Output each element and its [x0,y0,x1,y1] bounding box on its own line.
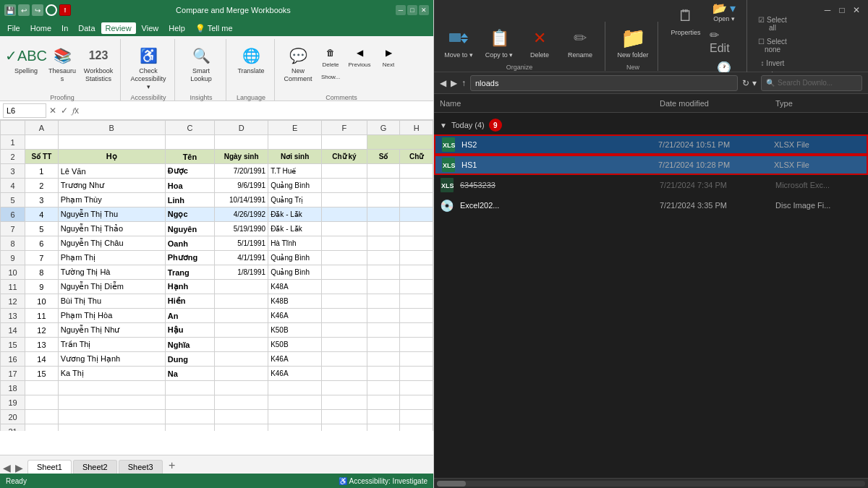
cell[interactable] [400,309,433,323]
cell[interactable] [400,164,433,179]
cell-d2[interactable]: Ngày sinh [215,150,268,164]
cell[interactable]: Ngọc [165,207,214,222]
cell[interactable] [322,207,367,222]
cell[interactable] [322,294,367,309]
cell[interactable]: Quảng Bình [268,251,322,265]
new-folder-button[interactable]: 📁 New folder [614,22,652,62]
cell-g1[interactable] [367,135,433,150]
cell[interactable]: Trang [165,265,214,280]
sheet-nav-left[interactable]: ◀ [3,462,11,474]
name-column-header[interactable]: Name [440,99,660,108]
cell[interactable]: Tường Thị Hà [58,265,165,280]
new-comment-button[interactable]: 💬 New Comment [281,42,315,85]
cell[interactable] [25,395,59,410]
cell[interactable] [367,193,400,207]
cell[interactable]: Quảng Trị [268,193,322,207]
refresh-icon[interactable]: ↻ [742,78,749,88]
cell[interactable]: 5/1/1991 [215,236,268,251]
cell[interactable] [367,323,400,338]
rename-button[interactable]: ✏ Rename [561,22,599,62]
cell[interactable]: An [165,309,214,323]
cell[interactable] [322,236,367,251]
cell[interactable]: Nguyễn Thị Châu [58,236,165,251]
cell[interactable] [400,367,433,381]
cell[interactable] [215,280,268,294]
cell[interactable]: 1/8/1991 [215,265,268,280]
cell[interactable]: Bùi Thị Thu [58,294,165,309]
back-button[interactable]: ◀ [440,78,446,88]
cell-f1[interactable] [322,135,367,150]
menu-tell-me[interactable]: 💡 Tell me [191,22,237,35]
cell[interactable]: Được [165,164,214,179]
cell[interactable]: K46A [268,309,322,323]
cell[interactable]: 4/1/1991 [215,251,268,265]
up-button[interactable]: ↑ [461,78,466,88]
cell[interactable] [367,265,400,280]
cell[interactable]: 14 [25,352,59,367]
cell[interactable] [400,323,433,338]
scrollbar-thumb[interactable] [437,481,466,487]
cell[interactable]: Hậu [165,323,214,338]
cell[interactable] [400,236,433,251]
cell[interactable]: K48B [268,294,322,309]
cell[interactable]: Quảng Bình [268,179,322,193]
check-accessibility-button[interactable]: ♿ Check Accessibility ▾ [127,42,170,93]
move-to-button[interactable]: Move to ▾ [440,22,477,62]
menu-data[interactable]: Data [74,22,99,34]
cell[interactable] [215,338,268,352]
cell[interactable] [25,381,59,395]
cell[interactable]: 9/6/1991 [215,179,268,193]
cell[interactable]: Nguyễn Thị Như [58,323,165,338]
insert-function-icon[interactable]: 𝑓x [72,106,79,116]
cell-c2[interactable]: Tên [165,150,214,164]
cell[interactable] [367,367,400,381]
cell[interactable] [215,309,268,323]
cell[interactable]: Vương Thị Hạnh [58,352,165,367]
cell[interactable] [400,352,433,367]
save-icon[interactable]: 💾 [4,4,16,16]
cell[interactable]: 9 [25,280,59,294]
col-g-header[interactable]: G [367,121,400,135]
file-item-hs2[interactable]: XLS HS2 7/21/2024 10:51 PM XLSX File [434,134,868,155]
cell[interactable]: 11 [25,309,59,323]
cell[interactable]: 5 [25,222,59,236]
file-item-63453233[interactable]: XLS 63453233 7/21/2024 7:34 PM Microsoft… [434,175,868,195]
previous-comment-button[interactable]: ◀ Previous [346,42,373,70]
tab-sheet3[interactable]: Sheet3 [119,460,163,474]
next-comment-button[interactable]: ▶ Next [375,42,402,70]
cell[interactable]: Trương Như [58,179,165,193]
customize-icon[interactable] [46,4,57,16]
cell[interactable]: Nguyễn Thị Thu [58,207,165,222]
col-b-header[interactable]: B [58,121,165,135]
cell[interactable]: K50B [268,338,322,352]
minimize-button[interactable]: ─ [396,5,406,15]
cell[interactable]: Trần Thị [58,338,165,352]
col-c-header[interactable]: C [165,121,214,135]
cell[interactable]: Đắk - Lắk [268,222,322,236]
cell[interactable]: 4 [25,207,59,222]
cell[interactable] [25,410,59,424]
cell[interactable] [400,280,433,294]
cell[interactable]: 15 [25,367,59,381]
cell[interactable] [367,352,400,367]
cell[interactable]: Hạnh [165,280,214,294]
edit-button[interactable]: ✏ Edit [707,26,741,57]
translate-button[interactable]: 🌐 Translate [232,42,270,77]
spelling-button[interactable]: ✓ABC Spelling [9,42,43,77]
explorer-close-button[interactable]: ✕ [851,4,862,16]
open-button[interactable]: 📂 ▾ Open ▾ [707,0,741,25]
cell-d1[interactable] [215,135,268,150]
cell[interactable] [322,251,367,265]
cell[interactable]: 5/19/1990 [215,222,268,236]
cell[interactable]: 7/20/1991 [215,164,268,179]
cell[interactable]: Phạm Thị [58,251,165,265]
cell[interactable] [322,309,367,323]
cell[interactable] [215,294,268,309]
cell[interactable]: T.T Huế [268,164,322,179]
explorer-minimize-button[interactable]: ─ [822,4,833,16]
cell[interactable]: 10/14/1991 [215,193,268,207]
cell[interactable]: Hiền [165,294,214,309]
cell[interactable] [322,193,367,207]
explorer-horizontal-scrollbar[interactable] [434,478,868,488]
cell[interactable]: Na [165,367,214,381]
